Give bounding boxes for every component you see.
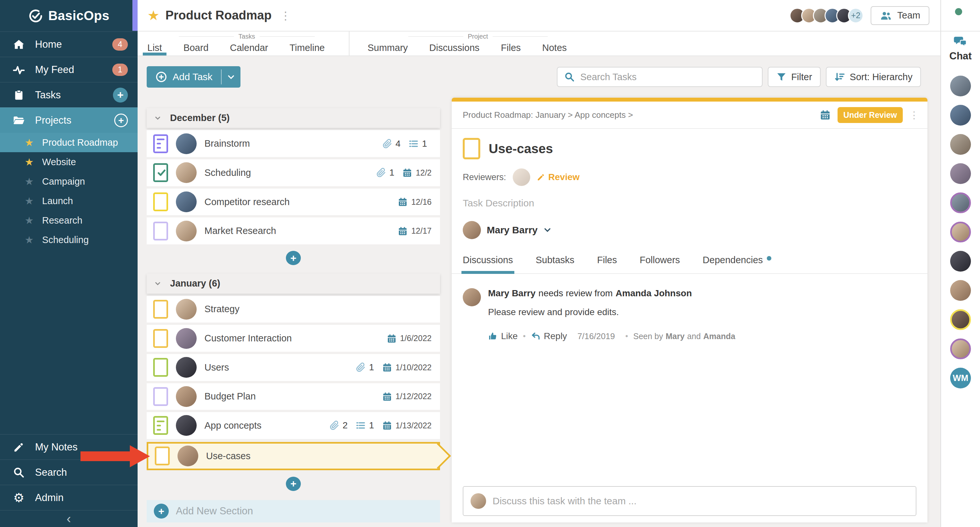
sidebar-project-website[interactable]: ★ Website [0, 152, 138, 172]
chat-member-avatar[interactable] [950, 163, 971, 184]
assignee-dropdown[interactable]: Mary Barry [463, 221, 916, 239]
chevron-down-icon[interactable] [154, 114, 162, 122]
tab-discussions[interactable]: Discussions [429, 40, 480, 56]
filter-button[interactable]: Filter [768, 67, 820, 87]
task-row-use-cases-selected[interactable]: Use-cases [147, 442, 440, 470]
message-author-avatar[interactable] [463, 288, 481, 306]
task-row-budget-plan[interactable]: Budget Plan 1/12/2022 [147, 383, 440, 410]
task-row-app-concepts[interactable]: App concepts 2 1 1/13/2022 [147, 412, 440, 439]
assignee-avatar[interactable] [176, 191, 197, 212]
chat-member-avatar[interactable] [950, 221, 971, 242]
add-new-section-button[interactable]: + Add New Section [147, 500, 440, 522]
overflow-members-badge[interactable]: +2 [848, 8, 864, 23]
search-tasks-input[interactable] [580, 72, 756, 83]
chat-button[interactable]: Chat [950, 32, 972, 68]
assignee-avatar[interactable] [176, 328, 197, 349]
review-action-link[interactable]: Review [537, 172, 580, 182]
task-checkbox[interactable] [153, 329, 168, 348]
sort-button[interactable]: Sort: Hierarchy [826, 67, 921, 87]
add-task-inline-button[interactable]: + [286, 251, 301, 265]
chat-member-avatar[interactable] [950, 309, 971, 330]
detail-tab-followers[interactable]: Followers [640, 255, 680, 273]
chat-member-avatar[interactable] [950, 251, 971, 272]
search-tasks-box[interactable] [557, 67, 763, 87]
task-checkbox-checked[interactable] [153, 163, 168, 182]
chat-member-avatar[interactable] [950, 339, 971, 359]
app-logo[interactable]: BasicOps [0, 0, 138, 32]
tab-timeline[interactable]: Timeline [290, 40, 325, 56]
add-task-button[interactable]: Add Task [147, 66, 240, 88]
task-row-competitor-research[interactable]: Competitor research 12/16 [147, 188, 440, 215]
sidebar-project-research[interactable]: ★ Research [0, 210, 138, 230]
project-menu-icon[interactable]: ⋮ [280, 9, 291, 22]
sidebar-item-my-feed[interactable]: My Feed 1 [0, 57, 138, 82]
tab-list[interactable]: List [147, 40, 162, 56]
task-checkbox[interactable] [153, 221, 168, 240]
task-menu-icon[interactable]: ⋮ [909, 109, 919, 121]
task-description-placeholder[interactable]: Task Description [463, 197, 916, 209]
task-row-users[interactable]: Users 1 1/10/2022 [147, 354, 440, 381]
chat-member-avatar[interactable] [950, 134, 971, 155]
reply-button[interactable]: Reply [531, 331, 567, 341]
favorite-star-icon[interactable]: ★ [147, 8, 160, 23]
section-header-january[interactable]: January (6) [147, 274, 440, 293]
assignee-avatar[interactable] [176, 357, 197, 378]
comment-input[interactable]: Discuss this task with the team ... [463, 486, 916, 516]
assignee-avatar[interactable] [178, 446, 198, 466]
chat-member-avatar[interactable] [950, 193, 971, 213]
chat-member-avatar[interactable] [950, 280, 971, 301]
task-checkbox[interactable] [153, 193, 168, 211]
detail-tab-files[interactable]: Files [597, 255, 617, 273]
assignee-avatar[interactable] [176, 162, 197, 183]
task-checkbox[interactable] [463, 138, 480, 159]
status-badge[interactable]: Under Review [838, 107, 903, 123]
add-project-button[interactable]: + [114, 113, 128, 127]
task-checkbox[interactable] [153, 358, 168, 377]
reviewer-avatar[interactable] [513, 169, 530, 186]
task-row-strategy[interactable]: Strategy [147, 296, 440, 323]
like-button[interactable]: Like [488, 331, 518, 341]
task-row-scheduling[interactable]: Scheduling 1 12/2 [147, 159, 440, 186]
detail-tab-subtasks[interactable]: Subtasks [536, 255, 574, 273]
sidebar-item-search[interactable]: Search [0, 460, 138, 485]
sidebar-item-home[interactable]: Home 4 [0, 32, 138, 57]
sidebar-item-projects[interactable]: Projects + [0, 107, 138, 133]
chat-member-avatar[interactable] [950, 105, 971, 126]
chat-member-avatar-initials[interactable]: WM [950, 368, 971, 388]
add-task-quick-button[interactable]: + [113, 88, 128, 102]
assignee-avatar[interactable] [176, 299, 197, 320]
breadcrumb[interactable]: Product Roadmap: January > App concepts … [463, 110, 633, 120]
sidebar-project-product-roadmap[interactable]: ★ Product Roadmap [0, 133, 138, 152]
calendar-icon[interactable] [819, 109, 831, 121]
section-header-december[interactable]: December (5) [147, 108, 440, 128]
sidebar-item-tasks[interactable]: Tasks + [0, 82, 138, 107]
tab-notes[interactable]: Notes [542, 40, 567, 56]
chevron-down-icon[interactable] [154, 280, 162, 288]
add-task-dropdown[interactable] [222, 66, 240, 88]
task-checkbox[interactable] [155, 446, 170, 465]
task-row-market-research[interactable]: Market Research 12/17 [147, 217, 440, 244]
task-row-brainstorm[interactable]: Brainstorm 4 1 [147, 130, 440, 157]
task-row-customer-interaction[interactable]: Customer Interaction 1/6/2022 [147, 325, 440, 352]
tab-board[interactable]: Board [183, 40, 208, 56]
add-task-inline-button[interactable]: + [286, 477, 301, 491]
assignee-avatar[interactable] [176, 415, 197, 436]
task-checkbox[interactable] [153, 134, 168, 153]
task-checkbox[interactable] [153, 416, 168, 435]
detail-tab-discussions[interactable]: Discussions [463, 255, 513, 273]
sidebar-item-my-notes[interactable]: My Notes [0, 434, 138, 460]
sidebar-project-scheduling[interactable]: ★ Scheduling [0, 230, 138, 250]
assignee-avatar[interactable] [176, 134, 197, 154]
team-button[interactable]: Team [871, 6, 929, 25]
sidebar-collapse-button[interactable]: ‹ [0, 510, 138, 527]
chat-member-avatar[interactable] [950, 76, 971, 96]
task-checkbox[interactable] [153, 387, 168, 406]
sidebar-item-admin[interactable]: ⚙ Admin [0, 485, 138, 510]
assignee-avatar[interactable] [176, 221, 197, 242]
tab-calendar[interactable]: Calendar [230, 40, 268, 56]
tab-summary[interactable]: Summary [368, 40, 408, 56]
scrollbar-thumb[interactable] [132, 0, 138, 31]
sidebar-project-launch[interactable]: ★ Launch [0, 191, 138, 210]
task-checkbox[interactable] [153, 300, 168, 318]
tab-files[interactable]: Files [501, 40, 521, 56]
